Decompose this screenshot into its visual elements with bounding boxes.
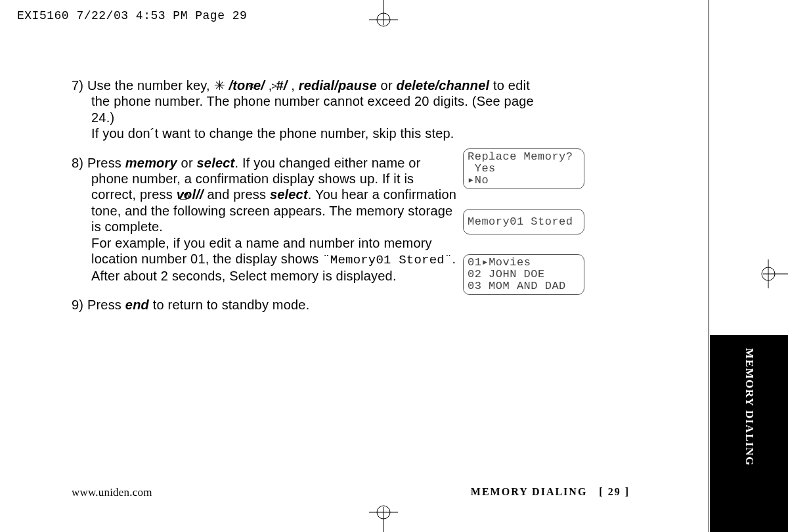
footer-section: MEMORY DIALING [ 29 ] [471, 486, 630, 498]
prepress-header: EXI5160 7/22/03 4:53 PM Page 29 [17, 9, 247, 22]
step-9: 9) Press end to return to standby mode. [72, 297, 459, 313]
footer-page-number: [ 29 ] [599, 486, 630, 497]
text: , [291, 78, 299, 93]
thumb-tab-label: MEMORY DIALING [743, 348, 756, 466]
key-hash: #/ [276, 78, 291, 93]
text: If you don´t want to change the phone nu… [91, 126, 454, 141]
key-redial-pause: redial/pause [299, 78, 377, 93]
lcd-replace-memory: Replace Memory? Yes ▸No [463, 148, 584, 189]
star-icon: ✳ [214, 78, 225, 93]
footer: www.uniden.com MEMORY DIALING [ 29 ] [72, 486, 630, 499]
text: 9) Press [72, 298, 125, 312]
key-select: select [197, 156, 235, 170]
text: 7) Use the number key, [72, 78, 214, 93]
lcd-memory-list: 01▸Movies 02 JOHN DOE 03 MOM AND DAD [463, 254, 584, 295]
crop-mark-top [368, 0, 399, 32]
text: to return to standby mode. [149, 298, 309, 312]
crop-mark-right [756, 258, 788, 290]
text: or [377, 78, 397, 93]
text: 8) Press [72, 156, 125, 170]
key-select-2: select [270, 187, 308, 202]
crop-mark-bottom [368, 500, 399, 532]
inline-lcd-text: ¨Memory01 Stored¨ [322, 253, 452, 267]
step-8: 8) Press memory or select. If you change… [72, 155, 459, 284]
footer-url: www.uniden.com [72, 486, 152, 499]
lcd-displays: Replace Memory? Yes ▸No Memory01 Stored … [463, 148, 584, 315]
key-end: end [125, 298, 149, 312]
footer-section-name: MEMORY DIALING [471, 486, 588, 497]
key-delete-channel: delete/channel [397, 78, 490, 93]
text: or [177, 156, 197, 170]
lcd-memory-stored: Memory01 Stored [463, 209, 584, 235]
key-tone: /tone/ [225, 78, 269, 93]
text: and press [204, 187, 270, 202]
margin-rule [709, 0, 709, 532]
step-7: 7) Use the number key, ✳ /tone/ <, #/ >,… [72, 78, 551, 142]
key-memory: memory [125, 156, 177, 170]
